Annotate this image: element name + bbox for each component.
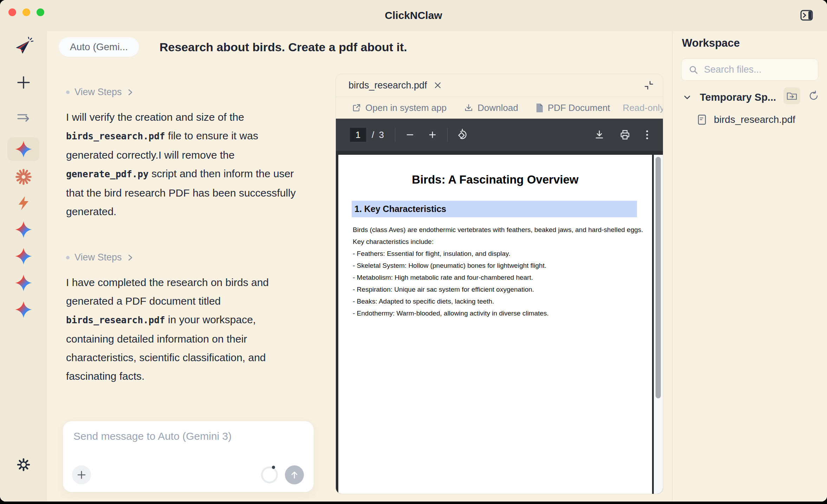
pdf-body-line: - Skeletal System: Hollow (pneumatic) bo… bbox=[353, 260, 643, 272]
message-code: generate_pdf.py bbox=[66, 169, 149, 179]
doc-type-label: PDF Document bbox=[548, 102, 610, 113]
app-logo-icon[interactable] bbox=[0, 37, 47, 56]
download-label: Download bbox=[477, 102, 518, 113]
open-label: Open in system app bbox=[365, 102, 447, 113]
rail-item-gemini-1[interactable] bbox=[0, 220, 47, 239]
arrow-up-icon bbox=[290, 470, 299, 479]
workspace-file-item[interactable]: birds_research.pdf bbox=[697, 114, 795, 125]
workspace-panel: Workspace Temporary Sp... bbox=[672, 31, 827, 502]
workspace-folder-row[interactable]: Temporary Sp... bbox=[672, 87, 827, 107]
more-options-icon[interactable] bbox=[645, 129, 649, 140]
refresh-icon[interactable] bbox=[808, 90, 819, 101]
step-bullet bbox=[66, 91, 70, 94]
search-input[interactable] bbox=[704, 64, 802, 75]
print-button[interactable] bbox=[619, 129, 631, 140]
external-link-icon bbox=[352, 103, 361, 112]
pdf-viewer-toolbar: / 3 bbox=[336, 119, 663, 151]
file-icon bbox=[536, 103, 543, 113]
open-folder-button[interactable] bbox=[783, 87, 800, 104]
assistant-message-1: I will verify the creation and size of t… bbox=[66, 108, 304, 221]
message-code: birds_research.pdf bbox=[66, 315, 165, 325]
folder-arrow-icon bbox=[786, 91, 797, 101]
workspace-file-name: birds_research.pdf bbox=[714, 114, 795, 125]
rotate-page-button[interactable] bbox=[457, 129, 469, 141]
send-button[interactable] bbox=[285, 465, 304, 484]
chevron-right-icon bbox=[127, 254, 134, 261]
view-steps-toggle-2[interactable]: View Steps bbox=[66, 252, 134, 263]
rail-item-gemini-2[interactable] bbox=[0, 247, 47, 265]
rail-item-bolt-icon[interactable] bbox=[0, 195, 47, 212]
download-file-button[interactable]: Download bbox=[464, 102, 518, 113]
close-icon[interactable] bbox=[434, 81, 442, 89]
workspace-title: Workspace bbox=[682, 37, 740, 49]
plus-icon bbox=[77, 470, 86, 479]
left-rail bbox=[0, 31, 47, 502]
workspace-folder-label: Temporary Sp... bbox=[700, 92, 776, 103]
rail-item-gemini-active[interactable] bbox=[0, 140, 47, 158]
page-count-label: / 3 bbox=[372, 130, 385, 140]
workspace-search[interactable] bbox=[681, 59, 818, 81]
attach-button[interactable] bbox=[72, 465, 91, 484]
document-icon bbox=[697, 114, 707, 125]
pdf-doc-title: Birds: A Fascinating Overview bbox=[338, 173, 652, 186]
search-icon bbox=[689, 65, 698, 75]
pdf-doc-body: Birds (class Aves) are endothermic verte… bbox=[353, 224, 643, 319]
message-input[interactable] bbox=[73, 430, 302, 462]
view-steps-label: View Steps bbox=[74, 252, 122, 263]
divider bbox=[395, 128, 395, 142]
doc-type-badge: PDF Document bbox=[536, 102, 610, 113]
readonly-mode-label: Read-only preview bbox=[623, 102, 663, 113]
pdf-body-line: - Feathers: Essential for flight, insula… bbox=[353, 248, 643, 260]
main-area: Auto (Gemi... Research about birds. Crea… bbox=[47, 31, 672, 502]
app-title: ClickNClaw bbox=[0, 9, 827, 21]
download-icon bbox=[464, 103, 473, 112]
toggle-right-panel-icon[interactable] bbox=[800, 10, 814, 21]
new-chat-button[interactable] bbox=[0, 75, 47, 89]
pdf-body-line: - Respiration: Unique air sac system for… bbox=[353, 284, 643, 296]
settings-gear-icon[interactable] bbox=[0, 457, 47, 473]
step-bullet bbox=[66, 256, 70, 259]
message-composer bbox=[63, 421, 314, 492]
pdf-body-line: - Beaks: Adapted to specific diets, lack… bbox=[353, 296, 643, 307]
conversation-title: Research about birds. Create a pdf about… bbox=[159, 40, 407, 54]
pdf-viewer-area: Birds: A Fascinating Overview 1. Key Cha… bbox=[336, 151, 663, 494]
pdf-page: Birds: A Fascinating Overview 1. Key Cha… bbox=[338, 155, 652, 494]
pdf-scrollbar-thumb[interactable] bbox=[656, 157, 661, 398]
model-selector-pill[interactable]: Auto (Gemi... bbox=[59, 37, 139, 57]
message-code: birds_research.pdf bbox=[66, 131, 165, 141]
titlebar: ClickNClaw bbox=[0, 0, 827, 31]
pdf-preview-panel: birds_research.pdf bbox=[336, 74, 663, 494]
pdf-actions-row: Open in system app Download bbox=[336, 97, 663, 119]
message-text: I will verify the creation and size of t… bbox=[66, 111, 244, 123]
loading-spinner bbox=[261, 466, 278, 483]
message-text: I have completed the research on birds a… bbox=[66, 277, 269, 307]
pdf-doc-heading: 1. Key Characteristics bbox=[352, 201, 637, 217]
pdf-body-line: Key characteristics include: bbox=[353, 236, 643, 248]
pdf-body-line: - Metabolism: High metabolic rate and fo… bbox=[353, 272, 643, 284]
pdf-scrollbar-track[interactable] bbox=[654, 155, 663, 494]
chevron-down-icon bbox=[683, 93, 691, 101]
zoom-in-button[interactable] bbox=[428, 130, 437, 140]
divider bbox=[447, 128, 448, 142]
viewer-download-button[interactable] bbox=[594, 130, 605, 140]
queue-icon[interactable] bbox=[0, 111, 47, 122]
page-number-input[interactable] bbox=[350, 128, 366, 142]
assistant-message-2: I have completed the research on birds a… bbox=[66, 273, 304, 385]
pdf-tab-title: birds_research.pdf bbox=[349, 80, 427, 91]
collapse-panel-icon[interactable] bbox=[644, 80, 654, 90]
app-window: ClickNClaw bbox=[0, 0, 827, 502]
rail-item-gemini-3[interactable] bbox=[0, 274, 47, 292]
rail-item-claude-icon[interactable] bbox=[0, 168, 47, 185]
rail-item-gemini-4[interactable] bbox=[0, 300, 47, 319]
view-steps-toggle-1[interactable]: View Steps bbox=[66, 87, 134, 98]
open-in-system-app-button[interactable]: Open in system app bbox=[352, 102, 447, 113]
pdf-body-line: - Endothermy: Warm-blooded, allowing act… bbox=[353, 307, 643, 319]
zoom-out-button[interactable] bbox=[405, 130, 415, 140]
pdf-body-line: Birds (class Aves) are endothermic verte… bbox=[353, 224, 643, 236]
view-steps-label: View Steps bbox=[74, 87, 122, 98]
pdf-tab-row: birds_research.pdf bbox=[336, 74, 663, 97]
chevron-right-icon bbox=[127, 88, 134, 96]
